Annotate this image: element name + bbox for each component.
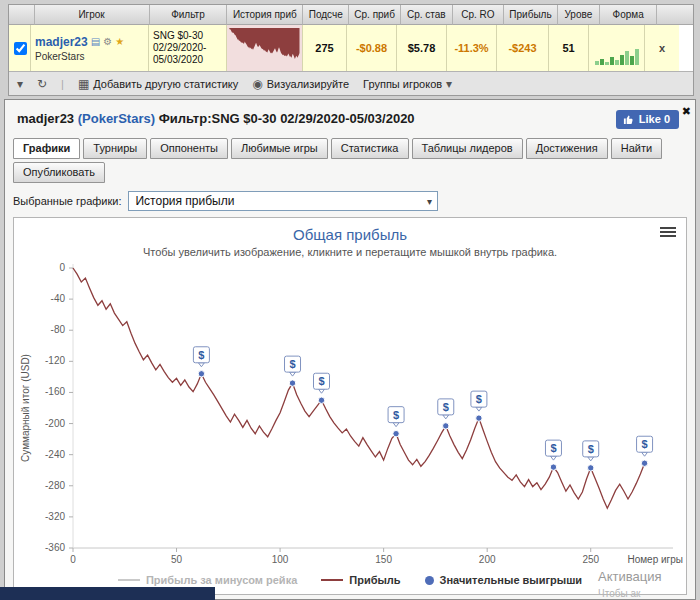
- tab-tournaments[interactable]: Турниры: [83, 138, 147, 159]
- form-bar: [635, 49, 639, 65]
- tab-graphs[interactable]: Графики: [13, 138, 80, 159]
- facebook-like-button[interactable]: Like 0: [616, 110, 679, 129]
- form-bar: [615, 60, 619, 65]
- chart-menu-icon[interactable]: [660, 227, 676, 239]
- column-header-filter[interactable]: Фильтр: [150, 5, 228, 25]
- svg-text:-320: -320: [45, 511, 65, 522]
- filter-line: 05/03/2020: [153, 54, 203, 66]
- column-header-level[interactable]: Урове: [558, 5, 600, 25]
- dot-swatch-icon: [425, 576, 434, 585]
- player-groups-label: Группы игроков: [363, 78, 442, 90]
- close-icon[interactable]: ✖: [682, 105, 691, 118]
- column-header-avg-roi[interactable]: Ср. RO: [453, 5, 505, 25]
- legend-item-profit[interactable]: Прибыль: [321, 574, 400, 586]
- gear-icon[interactable]: ⚙: [103, 37, 112, 47]
- svg-text:Суммарный итог (USD): Суммарный итог (USD): [20, 354, 31, 462]
- tab-statistics[interactable]: Статистика: [331, 138, 409, 159]
- chart-select-label: Выбранные графики:: [13, 195, 121, 207]
- svg-text:-280: -280: [45, 480, 65, 491]
- filter-cell: SNG $0-30 02/29/2020- 05/03/2020: [149, 25, 227, 71]
- add-statistic-button[interactable]: ▦ Добавить другую статистику: [78, 77, 238, 91]
- like-count-label: Like 0: [639, 113, 670, 125]
- level-cell: 51: [549, 25, 589, 71]
- table-toolbar: ▾ ↻ | ▦ Добавить другую статистику ◉ Виз…: [9, 71, 693, 95]
- toolbar-divider: |: [61, 78, 64, 90]
- column-header-profit-history[interactable]: История приб: [227, 5, 303, 25]
- player-detail-panel: ✖ madjer23 (PokerStars) Фильтр:SNG $0-30…: [4, 99, 696, 600]
- form-bar: [595, 61, 599, 65]
- column-header-avg-profit[interactable]: Ср. приб: [349, 5, 401, 25]
- tab-opponents[interactable]: Оппоненты: [150, 138, 228, 159]
- column-header-avg-stake[interactable]: Ср. став: [401, 5, 453, 25]
- legend-item-profit-minus-rake[interactable]: Прибыль за минусом рейка: [118, 574, 297, 586]
- activation-text: Активация: [598, 569, 661, 584]
- eye-icon: ◉: [252, 77, 262, 91]
- legend-label: Прибыль за минусом рейка: [146, 574, 297, 586]
- filter-line: 02/29/2020-: [153, 42, 206, 54]
- avg-stake-cell: $5.78: [397, 25, 447, 71]
- thumbs-up-icon: [623, 114, 634, 125]
- player-groups-button[interactable]: Группы игроков ▾: [363, 77, 452, 91]
- chart-type-select[interactable]: История прибыли ▾: [128, 191, 438, 211]
- avg-roi-value: -11.3%: [454, 42, 488, 54]
- panel-title-filter: Фильтр:SNG $0-30 02/29/2020-05/03/2020: [159, 111, 415, 126]
- avg-roi-cell: -11.3%: [447, 25, 497, 71]
- remove-row-button[interactable]: x: [659, 42, 665, 54]
- svg-text:150: 150: [375, 554, 392, 565]
- tab-achievements[interactable]: Достижения: [526, 138, 608, 159]
- panel-title-site[interactable]: (PokerStars): [78, 111, 155, 126]
- tab-leaderboards[interactable]: Таблицы лидеров: [412, 138, 523, 159]
- column-header-checkbox: [9, 5, 35, 25]
- profit-chart-panel: Общая прибыль Чтобы увеличить изображени…: [13, 217, 687, 595]
- grid-icon: ▦: [78, 77, 89, 91]
- tab-favorite-games[interactable]: Любимые игры: [231, 138, 328, 159]
- table-header-row: Игрок Фильтр История приб Подсче Ср. при…: [9, 5, 693, 25]
- svg-text:-160: -160: [45, 386, 65, 397]
- chart-select-value: История прибыли: [135, 194, 234, 208]
- svg-text:-80: -80: [51, 324, 66, 335]
- column-header-form[interactable]: Форма: [600, 5, 657, 25]
- player-link[interactable]: madjer23: [35, 35, 88, 49]
- svg-text:$: $: [476, 393, 482, 405]
- visualize-button[interactable]: ◉ Визуализируйте: [252, 77, 349, 91]
- legend-item-significant-wins[interactable]: Значительные выигрыши: [425, 574, 583, 586]
- sparkline-chart: [228, 26, 302, 70]
- level-value: 51: [562, 42, 574, 54]
- avg-stake-value: $5.78: [408, 42, 436, 54]
- bottom-tooltip-bar: [0, 587, 215, 600]
- svg-text:$: $: [443, 401, 449, 413]
- column-header-player[interactable]: Игрок: [35, 5, 150, 25]
- tab-publish[interactable]: Опубликовать: [13, 162, 105, 183]
- svg-text:0: 0: [59, 262, 65, 273]
- svg-text:$: $: [198, 349, 204, 361]
- form-bar: [625, 51, 629, 65]
- svg-text:-40: -40: [51, 293, 66, 304]
- panel-title: madjer23 (PokerStars) Фильтр:SNG $0-30 0…: [5, 100, 695, 126]
- refresh-icon[interactable]: ↻: [37, 77, 47, 91]
- svg-text:-120: -120: [45, 355, 65, 366]
- chevron-down-icon[interactable]: ▾: [17, 77, 23, 91]
- column-header-profit[interactable]: Прибыль: [504, 5, 558, 25]
- svg-text:-240: -240: [45, 449, 65, 460]
- svg-text:0: 0: [70, 554, 76, 565]
- profit-chart-plot[interactable]: 0-40-80-120-160-200-240-280-320-36005010…: [15, 260, 685, 574]
- player-site: PokerStars: [35, 51, 84, 62]
- count-value: 275: [315, 42, 333, 54]
- tab-find[interactable]: Найти: [611, 138, 662, 159]
- svg-text:$: $: [550, 442, 556, 454]
- profit-history-sparkline[interactable]: [227, 25, 303, 71]
- line-swatch-icon: [118, 579, 140, 581]
- avg-profit-cell: -$0.88: [347, 25, 397, 71]
- svg-text:$: $: [318, 375, 324, 387]
- notes-icon[interactable]: ▤: [91, 37, 100, 47]
- player-row-checkbox[interactable]: [14, 42, 27, 55]
- profit-cell: -$243: [497, 25, 549, 71]
- column-header-count[interactable]: Подсче: [303, 5, 349, 25]
- chart-subtitle: Чтобы увеличить изображение, кликните и …: [14, 246, 686, 258]
- achievements-star-icon[interactable]: ★: [115, 37, 124, 47]
- chevron-down-icon: ▾: [421, 196, 437, 207]
- svg-text:200: 200: [479, 554, 496, 565]
- legend-label: Прибыль: [349, 574, 400, 586]
- svg-text:$: $: [588, 443, 594, 455]
- count-cell: 275: [303, 25, 347, 71]
